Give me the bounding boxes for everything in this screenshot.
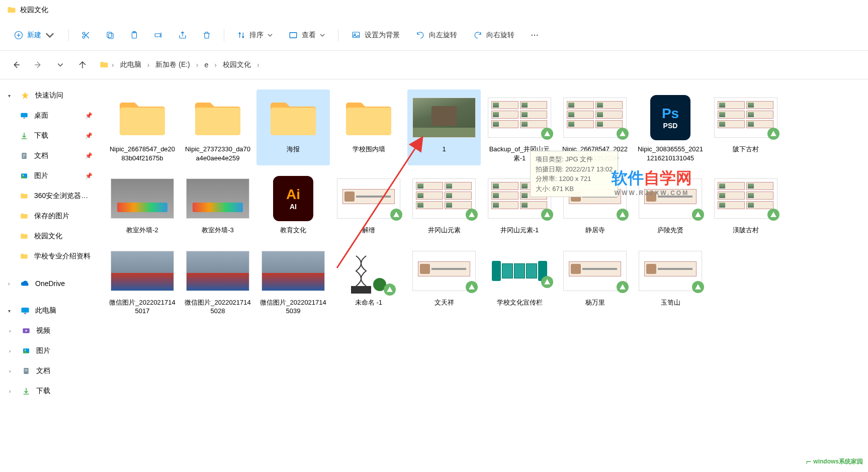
file-item[interactable]: 渼陂古村 — [709, 170, 783, 238]
breadcrumb-separator: › — [111, 61, 115, 69]
file-thumbnail — [487, 246, 552, 296]
file-thumbnail — [638, 246, 703, 296]
up-button[interactable] — [73, 56, 92, 74]
pin-icon: 📌 — [85, 172, 93, 179]
rotate-left-button[interactable]: 向左旋转 — [410, 27, 463, 44]
sidebar-item-pictures[interactable]: › 图片 — [0, 341, 101, 361]
cloud-icon — [20, 278, 30, 289]
file-item[interactable]: AiAI教育文化 — [256, 170, 330, 238]
file-item[interactable]: 教室外墙-2 — [106, 170, 179, 238]
share-button[interactable] — [172, 25, 193, 45]
file-item[interactable]: Nipic_26678547_20220117131352239 — [558, 89, 632, 165]
file-item[interactable]: 玉笥山 — [634, 243, 707, 319]
file-item[interactable]: 陂下古村 — [709, 89, 783, 165]
new-button[interactable]: 新建 — [7, 27, 61, 44]
file-thumbnail: PsPSD — [638, 92, 703, 143]
breadcrumb-item[interactable]: 新加卷 (E:) — [152, 58, 193, 71]
desktop-icon — [19, 111, 29, 121]
forward-button[interactable] — [29, 56, 47, 74]
sidebar-label: 此电脑 — [35, 306, 93, 315]
copy-button[interactable] — [100, 25, 120, 45]
arrow-left-icon — [12, 60, 21, 69]
sidebar-this-pc[interactable]: ▾ 此电脑 — [0, 301, 101, 321]
delete-button[interactable] — [197, 25, 217, 45]
svg-point-12 — [534, 35, 535, 36]
file-item[interactable]: 学校文化宣传栏 — [483, 243, 556, 319]
set-background-button[interactable]: 设置为背景 — [345, 27, 406, 44]
back-button[interactable] — [7, 56, 25, 74]
file-item[interactable]: 未命名 -1 — [332, 243, 405, 319]
sidebar-item-desktop[interactable]: 桌面 📌 — [0, 106, 101, 126]
sidebar-item-videos[interactable]: › 视频 — [0, 321, 101, 341]
file-item[interactable]: PsPSDNipic_30836555_20211216210131045 — [634, 89, 707, 165]
sidebar-quick-access[interactable]: ▾ 快速访问 — [0, 85, 101, 106]
folder-icon — [19, 251, 29, 261]
sidebar-item-pictures[interactable]: 图片 📌 — [0, 166, 101, 186]
chevron-right-icon: › — [9, 328, 16, 334]
rotate-right-button[interactable]: 向右旋转 — [467, 27, 520, 44]
file-thumbnail — [411, 173, 477, 224]
file-item[interactable]: 静居寺 — [558, 170, 632, 238]
breadcrumb-item[interactable]: 校园文化 — [220, 58, 254, 71]
file-thumbnail — [261, 92, 326, 143]
file-name: 庐陵先贤 — [657, 226, 683, 235]
sidebar-item-documents[interactable]: › 文档 — [0, 361, 101, 381]
sidebar-onedrive[interactable]: › OneDrive — [0, 273, 101, 294]
sidebar-item-documents[interactable]: 文档 📌 — [0, 146, 101, 166]
file-item[interactable]: 海报 — [256, 89, 330, 165]
rotate-right-icon — [473, 31, 482, 40]
cut-button[interactable] — [76, 25, 96, 45]
sidebar-item-downloads[interactable]: 下载 📌 — [0, 126, 101, 146]
sidebar-item-downloads[interactable]: › 下载 — [0, 381, 101, 401]
sidebar-item-folder[interactable]: 保存的图片 — [0, 206, 101, 226]
file-item[interactable]: Backup_of_井冈山元素-1 — [483, 89, 556, 165]
file-name: 微信图片_20220217145028 — [184, 298, 251, 316]
file-item[interactable]: 杨万里 — [558, 243, 632, 319]
file-item[interactable]: 井冈山元素 — [407, 170, 481, 238]
sidebar-label: 学校专业介绍资料 — [34, 252, 93, 261]
file-item[interactable]: Nipic_26678547_de2083b04f21675b — [106, 89, 179, 165]
file-thumbnail — [110, 246, 175, 296]
address-bar[interactable]: › 此电脑 › 新加卷 (E:) › e › 校园文化 › — [96, 56, 861, 74]
file-name: 井冈山元素-1 — [500, 226, 539, 235]
view-button[interactable]: 查看 — [283, 27, 331, 44]
more-button[interactable] — [525, 25, 545, 45]
file-item[interactable]: 解缙 — [332, 170, 405, 238]
paste-button[interactable] — [124, 25, 144, 45]
rename-button[interactable] — [148, 25, 168, 45]
share-icon — [178, 31, 187, 40]
sort-button[interactable]: 排序 — [231, 27, 279, 44]
sidebar-item-folder[interactable]: 校园文化 — [0, 226, 101, 246]
file-thumbnail — [562, 173, 628, 224]
breadcrumb-item[interactable]: 此电脑 — [117, 58, 144, 71]
file-item[interactable]: 文天祥 — [407, 243, 481, 319]
navigation-bar: › 此电脑 › 新加卷 (E:) › e › 校园文化 › — [0, 51, 868, 79]
file-item[interactable]: 井冈山元素-1 — [483, 170, 556, 238]
breadcrumb-item[interactable]: e — [201, 59, 211, 71]
file-name: 微信图片_20220217145017 — [109, 298, 176, 316]
sidebar-label: 下载 — [36, 387, 93, 396]
chevron-right-icon: › — [9, 348, 16, 354]
watermark-text: windows系统家园 — [813, 457, 863, 466]
file-item[interactable]: 1 — [407, 89, 481, 165]
download-icon — [21, 386, 31, 396]
file-item[interactable]: 学校围内墙 — [332, 89, 405, 165]
sidebar-item-folder[interactable]: 学校专业介绍资料 — [0, 246, 101, 266]
file-thumbnail — [185, 173, 250, 224]
file-item[interactable]: 微信图片_20220217145039 — [256, 243, 330, 319]
file-item[interactable]: 庐陵先贤 — [634, 170, 707, 238]
file-item[interactable]: 微信图片_20220217145028 — [181, 243, 254, 319]
file-item[interactable]: Nipic_27372330_da70a4e0aee4e259 — [181, 89, 254, 165]
pin-icon: 📌 — [85, 152, 93, 159]
content-area[interactable]: Nipic_26678547_de2083b04f21675bNipic_273… — [101, 79, 868, 472]
file-item[interactable]: 微信图片_20220217145017 — [106, 243, 179, 319]
sidebar-item-folder[interactable]: 360安全浏览器下载 — [0, 186, 101, 206]
file-name: 玉笥山 — [661, 298, 680, 307]
file-name: Backup_of_井冈山元素-1 — [486, 145, 553, 162]
breadcrumb-separator: › — [256, 61, 261, 69]
recent-button[interactable] — [51, 56, 69, 74]
file-item[interactable]: 教室外墙-3 — [181, 170, 254, 238]
picture-icon — [352, 31, 361, 40]
document-icon — [19, 151, 29, 161]
file-thumbnail — [336, 246, 401, 296]
